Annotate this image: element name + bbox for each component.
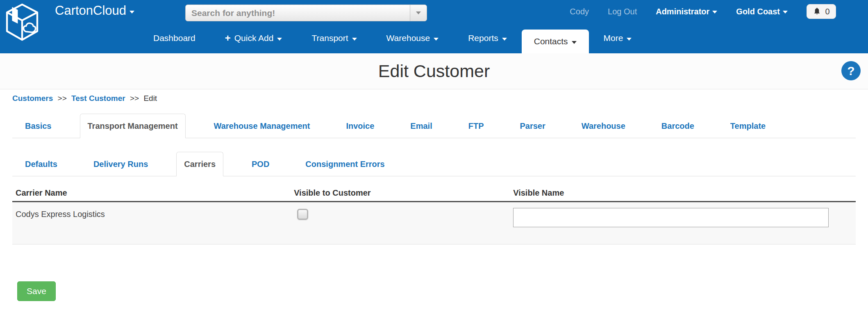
breadcrumb-separator: >> <box>130 94 139 103</box>
nav-label: Warehouse <box>386 33 430 43</box>
tab-warehouse[interactable]: Warehouse <box>574 114 633 138</box>
breadcrumb-link-customers[interactable]: Customers <box>12 94 53 103</box>
breadcrumb-separator: >> <box>58 94 67 103</box>
title-bar: Edit Customer ? <box>0 53 868 89</box>
subtab-defaults[interactable]: Defaults <box>17 152 65 176</box>
notifications-button[interactable]: 0 <box>807 4 836 19</box>
brand-menu[interactable]: CartonCloud <box>55 3 134 18</box>
visible-name-input[interactable] <box>513 208 829 227</box>
location-dropdown[interactable]: Gold Coast <box>736 7 788 16</box>
nav-item-quick-add[interactable]: + Quick Add <box>210 23 297 53</box>
search-input[interactable] <box>186 5 410 21</box>
tab-transport-management[interactable]: Transport Management <box>80 114 186 138</box>
caret-down-icon <box>712 11 717 14</box>
caret-down-icon <box>352 38 357 41</box>
nav-item-contacts[interactable]: Contacts <box>522 30 589 53</box>
carton-box-cloud-icon <box>4 1 40 43</box>
logout-link[interactable]: Log Out <box>608 7 637 16</box>
tab-ftp[interactable]: FTP <box>461 114 492 138</box>
topbar-right-links: Cody Log Out Administrator Gold Coast 0 <box>570 0 836 23</box>
subtab-pod[interactable]: POD <box>244 152 277 176</box>
subtab-carriers[interactable]: Carriers <box>176 152 223 176</box>
role-label: Administrator <box>656 7 709 16</box>
help-button[interactable]: ? <box>841 61 861 80</box>
notification-count: 0 <box>825 7 829 16</box>
cartoncloud-logo-icon[interactable] <box>4 1 40 43</box>
column-header-visible-to-customer: Visible to Customer <box>291 184 510 202</box>
carriers-table: Carrier Name Visible to Customer Visible… <box>12 184 856 244</box>
nav-item-transport[interactable]: Transport <box>297 23 371 53</box>
location-label: Gold Coast <box>736 7 780 16</box>
plus-icon: + <box>225 32 231 44</box>
nav-label: Dashboard <box>153 33 195 43</box>
column-header-carrier-name: Carrier Name <box>12 184 291 202</box>
question-mark-icon: ? <box>847 64 854 78</box>
role-dropdown[interactable]: Administrator <box>656 7 717 16</box>
nav-label: Quick Add <box>234 33 274 43</box>
visible-to-customer-checkbox[interactable] <box>297 209 308 220</box>
main-menu: Dashboard + Quick Add Transport Warehous… <box>139 23 646 53</box>
caret-down-icon <box>434 38 439 41</box>
tab-barcode[interactable]: Barcode <box>654 114 702 138</box>
nav-label: Reports <box>468 33 498 43</box>
tab-warehouse-management[interactable]: Warehouse Management <box>206 114 318 138</box>
tab-basics[interactable]: Basics <box>17 114 59 138</box>
caret-down-icon <box>502 38 507 41</box>
brand-label: CartonCloud <box>55 3 126 18</box>
user-link[interactable]: Cody <box>570 7 589 16</box>
breadcrumb-link-test-customer[interactable]: Test Customer <box>71 94 125 103</box>
tab-parser[interactable]: Parser <box>512 114 553 138</box>
caret-down-icon <box>130 11 134 14</box>
breadcrumb-current: Edit <box>143 94 157 103</box>
tab-email[interactable]: Email <box>402 114 440 138</box>
nav-item-more[interactable]: More <box>589 23 647 53</box>
top-navbar: CartonCloud Cody Log Out Administrator G… <box>0 0 868 53</box>
tab-template[interactable]: Template <box>723 114 773 138</box>
page-title: Edit Customer <box>378 61 490 81</box>
caret-down-icon <box>416 11 421 14</box>
save-button[interactable]: Save <box>17 281 56 301</box>
caret-down-icon <box>277 38 282 41</box>
bell-icon <box>813 7 821 16</box>
nav-item-dashboard[interactable]: Dashboard <box>139 23 210 53</box>
nav-label: Transport <box>311 33 348 43</box>
carrier-name-cell: Codys Express Logistics <box>16 208 287 219</box>
column-header-visible-name: Visible Name <box>510 184 856 202</box>
caret-down-icon <box>783 11 788 14</box>
search-scope-dropdown-button[interactable] <box>410 5 427 21</box>
nav-label: Contacts <box>534 37 568 46</box>
subtab-consignment-errors[interactable]: Consignment Errors <box>298 152 392 176</box>
customer-tabs: Basics Transport Management Warehouse Ma… <box>0 114 868 138</box>
global-search <box>185 5 427 21</box>
nav-label: More <box>604 33 623 43</box>
caret-down-icon <box>627 38 632 41</box>
nav-item-warehouse[interactable]: Warehouse <box>372 23 454 53</box>
carriers-table-container: Carrier Name Visible to Customer Visible… <box>12 184 856 244</box>
subtab-delivery-runs[interactable]: Delivery Runs <box>86 152 156 176</box>
transport-subtabs: Defaults Delivery Runs Carriers POD Cons… <box>0 152 868 176</box>
nav-item-reports[interactable]: Reports <box>453 23 522 53</box>
table-row: Codys Express Logistics <box>12 202 856 244</box>
caret-down-icon <box>572 41 577 44</box>
tab-invoice[interactable]: Invoice <box>338 114 382 138</box>
breadcrumb: Customers >> Test Customer >> Edit <box>0 89 868 103</box>
